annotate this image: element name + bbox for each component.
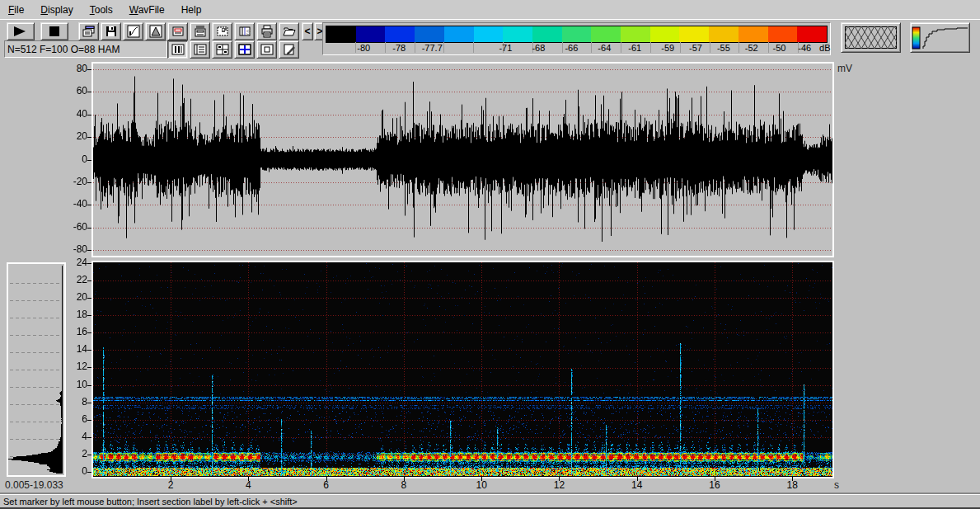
toolbar-right-group: [841, 22, 970, 53]
colorbar-segment-5: [474, 26, 504, 42]
waveform-ytick-label: -80: [59, 243, 87, 255]
spectrogram-ytick-label: 6: [59, 413, 87, 425]
stop-button[interactable]: [40, 22, 68, 40]
layout-quad-plus-button[interactable]: [234, 40, 255, 59]
menu-wavfile[interactable]: WavFile: [121, 2, 173, 18]
app-window: { "menu": { "items": [ {"key": "F", "res…: [0, 0, 980, 509]
layout-quad-plus-icon: [238, 43, 251, 56]
colorbar-segment-9: [591, 26, 621, 42]
menu-file[interactable]: File: [0, 2, 32, 18]
edit-note-button[interactable]: [279, 40, 299, 59]
spectrogram-xtick-label: 16: [702, 479, 727, 491]
hatch-pattern-icon: [845, 26, 897, 49]
peak-button[interactable]: [145, 22, 166, 40]
toolbar-file-group: [78, 22, 166, 40]
menu-help[interactable]: Help: [173, 2, 210, 18]
colorbar-segment-6: [503, 26, 532, 42]
waveform-ytick-label: 40: [59, 108, 87, 120]
colorbar-label: -66: [565, 43, 578, 53]
palette-curve-button[interactable]: [910, 22, 970, 53]
colorbar-boundary-tick: [443, 42, 444, 53]
save-button[interactable]: [101, 22, 121, 40]
axis-tick: [87, 455, 91, 455]
view-markers-button[interactable]: [190, 22, 210, 40]
colorbar-label: -78: [392, 43, 406, 53]
toolbar-view-group: S: [167, 22, 299, 40]
waveform-ytick-label: 0: [59, 153, 87, 165]
spectrogram-xtick-label: 18: [780, 479, 804, 491]
axis-tick: [87, 69, 91, 70]
layout-quad-button[interactable]: [212, 40, 232, 59]
axis-tick: [87, 403, 91, 403]
edit-note-icon: [283, 43, 296, 56]
layout-quad-icon: [216, 43, 229, 56]
view-frame-icon: [171, 25, 185, 38]
colorbar-panel: dB -80-78-77.7-71-68-66-64-61-59-57-55-5…: [322, 22, 831, 55]
view-sections-button[interactable]: S: [234, 22, 255, 40]
colorbar-segment-15: [768, 26, 798, 42]
colorbar-label: -64: [598, 43, 611, 53]
layout-single-button[interactable]: [167, 40, 188, 59]
spectrogram-ytick-label: 0: [59, 465, 87, 477]
layout-list-button[interactable]: [190, 40, 210, 59]
view-sections-icon: S: [238, 25, 251, 38]
spectrogram-ytick-label: 24: [59, 257, 87, 268]
colorbar-segment-4: [444, 26, 474, 42]
layout-single-icon: [171, 43, 185, 56]
colorbar-boundary-tick: [415, 42, 415, 53]
play-button[interactable]: [7, 22, 35, 40]
colorbar-label: -77.7: [422, 43, 443, 53]
waveform-ytick-label: 60: [59, 85, 87, 97]
colorbar-segment-1: [356, 26, 386, 42]
colorbar-boundary-tick: [385, 42, 386, 53]
spectrogram-xtick-label: 12: [546, 479, 571, 491]
cascade-windows-button[interactable]: [78, 22, 99, 40]
spectrogram-unit-label: s: [834, 479, 839, 491]
colorbar-label: -68: [532, 43, 545, 53]
spectrogram-xtick-label: 2: [158, 479, 183, 491]
view-markers-icon: [194, 25, 207, 38]
colorbar-label: -71: [499, 43, 512, 53]
spectrogram-ytick-label: 4: [59, 431, 87, 442]
colorbar-boundary-tick: [562, 42, 563, 53]
layout-inner-button[interactable]: [256, 40, 277, 59]
view-selection-button[interactable]: [212, 22, 232, 40]
fft-params-field[interactable]: N=512 F=100 O=88 HAM: [4, 40, 167, 58]
spectrogram-ytick-label: 18: [59, 309, 87, 320]
colorbar-segment-16: [797, 26, 827, 42]
save-icon: [105, 25, 118, 38]
waveform-plot[interactable]: [93, 64, 832, 256]
colorbar-boundary-tick: [355, 42, 356, 53]
colorbar-segment-13: [709, 26, 739, 42]
spectrogram-ytick-label: 10: [59, 379, 87, 390]
print-button[interactable]: [256, 22, 277, 40]
colorbar-boundary-tick: [739, 42, 739, 53]
waveform-ytick-label: -40: [59, 198, 87, 210]
colorbar-boundary-tick: [621, 42, 621, 53]
colorbar-segment-10: [621, 26, 650, 42]
avg-spectrum-plot[interactable]: [8, 264, 64, 475]
axis-tick: [87, 472, 91, 473]
transfer-curve-button[interactable]: [123, 22, 143, 40]
avg-spectrum-plotbox: [7, 262, 66, 477]
menu-display[interactable]: Display: [32, 2, 81, 18]
open-folder-button[interactable]: [279, 22, 299, 40]
axis-tick: [87, 160, 91, 161]
spectrogram-plot[interactable]: [93, 262, 832, 477]
colorbar-boundary-tick: [591, 42, 592, 53]
menu-tools[interactable]: Tools: [82, 2, 121, 18]
axis-tick: [87, 250, 91, 251]
layout-inner-icon: [260, 43, 274, 56]
waveform-unit-label: mV: [837, 63, 852, 74]
stop-icon: [49, 26, 60, 37]
hatch-pattern-button[interactable]: [841, 22, 901, 53]
axis-tick: [87, 205, 91, 205]
view-frame-button[interactable]: [167, 22, 188, 40]
spectrogram-plotbox: [91, 261, 834, 478]
colorbar-segment-12: [679, 26, 709, 42]
axis-tick: [87, 137, 91, 138]
status-bar: Set marker by left mouse button; Insert …: [0, 494, 980, 507]
prev-button[interactable]: <: [302, 22, 313, 40]
axis-tick: [87, 263, 91, 264]
colorbar-label: -50: [773, 43, 786, 53]
